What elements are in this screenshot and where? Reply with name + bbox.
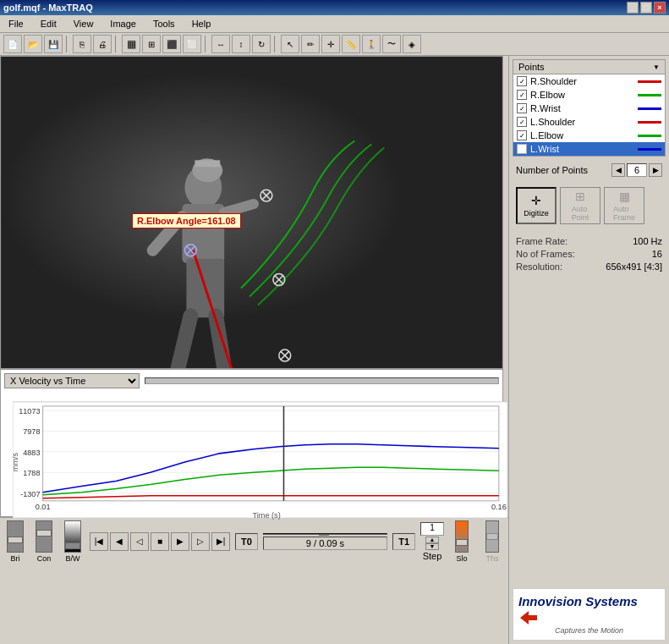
close-button[interactable]: × <box>654 2 666 14</box>
t0-label: T0 <box>235 533 258 550</box>
toolbar-print[interactable]: 🖨 <box>93 35 112 53</box>
prev-frame-button[interactable]: ◁ <box>130 532 149 551</box>
point-row-lwrist[interactable]: ✓ L.Wrist <box>513 142 665 156</box>
point-row-relbow[interactable]: ✓ R.Elbow <box>513 88 665 102</box>
toolbar-rotate[interactable]: ↻ <box>252 35 271 53</box>
rshoulder-label: R.Shoulder <box>530 76 577 86</box>
menu-help[interactable]: Help <box>187 17 217 30</box>
auto-point-button[interactable]: ⊞ AutoPoint <box>560 187 600 224</box>
toolbar-save[interactable]: 💾 <box>44 35 63 53</box>
num-frames-value: 16 <box>652 249 662 259</box>
toolbar-grid[interactable]: ▦ <box>122 35 140 53</box>
goto-start-button[interactable]: |◀ <box>90 532 108 551</box>
stop-button[interactable]: ■ <box>151 532 169 551</box>
video-area[interactable]: 1000 mm R.Elbow Angle=161.08 <box>0 56 503 369</box>
menu-file[interactable]: File <box>3 17 29 30</box>
svg-text:-1307: -1307 <box>20 490 40 498</box>
svg-text:1788: 1788 <box>23 469 40 477</box>
svg-marker-47 <box>520 611 537 625</box>
transport-controls: |◀ ◀ ◁ ■ ▶ ▷ ▶| <box>90 532 230 551</box>
ths-slider[interactable] <box>485 520 499 553</box>
toolbar-sep4 <box>274 36 277 52</box>
rwrist-label: R.Wrist <box>530 103 561 113</box>
toolbar-sep3 <box>205 36 208 52</box>
num-points-label: Number of Points <box>516 165 588 175</box>
lshoulder-checkbox[interactable]: ✓ <box>517 117 527 127</box>
main-area: 1000 mm R.Elbow Angle=161.08 X Velocity … <box>0 56 669 644</box>
bw-handle[interactable] <box>65 542 80 549</box>
menu-tools[interactable]: Tools <box>148 17 180 30</box>
point-row-lelbow[interactable]: ✓ L.Elbow <box>513 129 665 142</box>
menu-view[interactable]: View <box>69 17 99 30</box>
play-button[interactable]: ▶ <box>171 532 189 551</box>
bw-slider[interactable] <box>64 520 81 553</box>
auto-frame-button[interactable]: ▦ AutoFrame <box>604 187 644 224</box>
lwrist-checkbox[interactable]: ✓ <box>517 144 527 154</box>
contrast-control: Con <box>32 520 56 563</box>
chart-svg: 11073 7978 4883 1788 -1307 mm/s <box>13 390 507 530</box>
toolbar-pen[interactable]: ✏ <box>301 35 320 53</box>
chart-type-select[interactable]: X Velocity vs Time <box>4 373 140 388</box>
toolbar-crosshair[interactable]: ✛ <box>321 35 340 53</box>
contrast-handle[interactable] <box>36 530 52 537</box>
toolbar-flip-h[interactable]: ↔ <box>211 35 230 53</box>
toolbar-new[interactable]: 📄 <box>3 35 22 53</box>
points-title: Points <box>518 62 545 72</box>
rwrist-checkbox[interactable]: ✓ <box>517 103 527 113</box>
frame-rate-row: Frame Rate: 100 Hz <box>516 236 662 246</box>
relbow-checkbox[interactable]: ✓ <box>517 90 527 100</box>
point-row-rwrist[interactable]: ✓ R.Wrist <box>513 102 665 115</box>
contrast-slider[interactable] <box>36 520 52 553</box>
toolbar-sep2 <box>115 36 118 52</box>
toolbar-flip-v[interactable]: ↕ <box>232 35 250 53</box>
point-row-rshoulder[interactable]: ✓ R.Shoulder <box>513 74 665 88</box>
minimize-button[interactable]: _ <box>627 2 639 14</box>
toolbar-wave[interactable]: 〜 <box>382 35 401 53</box>
slo-slider[interactable] <box>455 520 469 553</box>
maximize-button[interactable]: □ <box>640 2 652 14</box>
auto-frame-label: AutoFrame <box>613 205 635 222</box>
toolbar-capture[interactable]: ⬛ <box>162 35 181 53</box>
brightness-slider[interactable] <box>7 520 24 553</box>
ths-handle[interactable] <box>486 533 498 540</box>
num-frames-label: No of Frames: <box>516 249 575 259</box>
auto-frame-icon: ▦ <box>619 190 630 203</box>
next-frame-button[interactable]: ▷ <box>191 532 210 551</box>
step-down-button[interactable]: ▼ <box>425 543 439 550</box>
timeline-track[interactable] <box>263 533 387 535</box>
frame-rate-value: 100 Hz <box>633 236 662 246</box>
ths-label: Ths <box>485 554 498 563</box>
timeline-position[interactable] <box>319 534 329 536</box>
titlebar-buttons[interactable]: _ □ × <box>627 2 666 14</box>
digitize-button[interactable]: ✛ Digitize <box>516 187 557 224</box>
rshoulder-checkbox[interactable]: ✓ <box>517 76 527 86</box>
points-dropdown-arrow[interactable]: ▼ <box>653 63 660 71</box>
toolbar-capture2[interactable]: ⬜ <box>183 35 201 53</box>
toolbar-measure[interactable]: 📏 <box>342 35 360 53</box>
menu-image[interactable]: Image <box>105 17 141 30</box>
slo-handle[interactable] <box>456 539 468 546</box>
toolbar-cursor[interactable]: ↖ <box>281 35 299 53</box>
svg-rect-0 <box>2 57 502 368</box>
menu-edit[interactable]: Edit <box>36 17 62 30</box>
prev-button[interactable]: ◀ <box>110 532 129 551</box>
toolbar-open[interactable]: 📂 <box>24 35 42 53</box>
lwrist-label: L.Wrist <box>530 144 559 154</box>
num-points-increase[interactable]: ▶ <box>649 163 662 177</box>
info-section: Frame Rate: 100 Hz No of Frames: 16 Reso… <box>513 233 666 275</box>
toolbar-grid2[interactable]: ⊞ <box>142 35 161 53</box>
svg-rect-3 <box>195 160 220 167</box>
svg-text:0.01: 0.01 <box>36 503 51 511</box>
goto-end-button[interactable]: ▶| <box>211 532 230 551</box>
toolbar-copy[interactable]: ⎘ <box>73 35 91 53</box>
lelbow-checkbox[interactable]: ✓ <box>517 130 527 140</box>
num-points-decrease[interactable]: ◀ <box>611 163 625 177</box>
resolution-row: Resolution: 656x491 [4:3] <box>516 261 662 272</box>
toolbar-layers[interactable]: ◈ <box>403 35 421 53</box>
step-up-button[interactable]: ▲ <box>425 537 439 543</box>
frame-info: 9 / 0.09 s <box>263 537 387 550</box>
brightness-handle[interactable] <box>8 537 23 543</box>
brightness-control: Bri <box>3 520 27 563</box>
toolbar-person[interactable]: 🚶 <box>362 35 381 53</box>
point-row-lshoulder[interactable]: ✓ L.Shoulder <box>513 115 665 129</box>
